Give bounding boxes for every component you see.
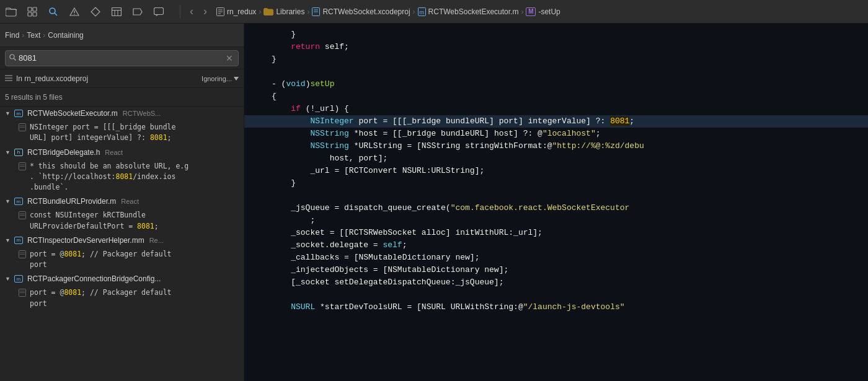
code-line: return self; bbox=[244, 41, 868, 53]
code-line: NSURL *startDevToolsURL = [NSURL URLWith… bbox=[244, 301, 868, 313]
scope-row: In rn_redux.xcodeproj Ignoring... bbox=[0, 69, 244, 88]
group-context-3: React bbox=[121, 198, 139, 205]
line-content: NSString *host = [[_bridge bundleURL] ho… bbox=[269, 128, 868, 140]
line-content: host, port]; bbox=[269, 152, 868, 165]
breadcrumb-sep-2: › bbox=[307, 7, 309, 16]
svg-rect-0 bbox=[6, 9, 16, 16]
breadcrumb-xcodeproj[interactable]: RCTWebSocket.xcodeproj bbox=[322, 7, 410, 16]
result-group-3: ▼ m RCTBundleURLProvider.m React bbox=[0, 195, 244, 234]
svg-point-9 bbox=[74, 14, 74, 14]
nav-forward-button[interactable]: › bbox=[199, 6, 211, 18]
code-content[interactable]: } return self; } - (void)setUp { bbox=[244, 24, 868, 381]
code-line: _injectedObjects = [NSMutableDictionary … bbox=[244, 264, 868, 276]
line-content: ; bbox=[269, 214, 868, 227]
result-group-header-3[interactable]: ▼ m RCTBundleURLProvider.m React bbox=[0, 195, 244, 208]
code-line: ; bbox=[244, 214, 868, 227]
diamond-icon[interactable] bbox=[89, 6, 102, 18]
breadcrumb-sep-3: › bbox=[413, 7, 415, 16]
breadcrumb-file-icon bbox=[216, 7, 224, 16]
search-input-wrapper[interactable]: ✕ bbox=[5, 50, 239, 66]
main-content: Find › Text › Containing ✕ bbox=[0, 24, 868, 381]
result-group-5: ▼ m RCTPackagerConnectionBridgeConfig... bbox=[0, 272, 244, 311]
result-item-4-1[interactable]: port = @8081; // Packager defaultport bbox=[0, 247, 244, 273]
code-line bbox=[244, 289, 868, 301]
code-line: [_socket setDelegateDispatchQueue:_jsQue… bbox=[244, 276, 868, 289]
search-toolbar-icon[interactable] bbox=[47, 6, 60, 18]
result-group-header-1[interactable]: ▼ m RCTWebSocketExecutor.m RCTWebS... bbox=[0, 107, 244, 120]
svg-line-27 bbox=[14, 58, 16, 60]
text-label[interactable]: Text bbox=[27, 31, 40, 40]
results-list[interactable]: ▼ m RCTWebSocketExecutor.m RCTWebS... bbox=[0, 107, 244, 381]
svg-point-26 bbox=[10, 55, 14, 59]
toolbar-icons bbox=[5, 6, 165, 18]
line-content: NSInteger port = [[[_bridge bundleURL] p… bbox=[269, 115, 868, 128]
collapse-triangle-1: ▼ bbox=[5, 110, 11, 116]
svg-rect-3 bbox=[28, 12, 32, 16]
table-icon[interactable] bbox=[110, 6, 123, 18]
breadcrumb-method[interactable]: -setUp bbox=[538, 7, 560, 16]
code-line: } bbox=[244, 177, 868, 190]
find-label[interactable]: Find bbox=[5, 31, 19, 40]
line-content: - (void)setUp bbox=[269, 78, 868, 90]
containing-label[interactable]: Containing bbox=[48, 31, 83, 40]
code-line: _socket = [[RCTSRWebSocket alloc] initWi… bbox=[244, 227, 868, 239]
search-row: ✕ bbox=[0, 47, 244, 69]
match-label: Ignoring... bbox=[202, 75, 232, 82]
breadcrumb-folder-icon bbox=[264, 7, 273, 15]
svg-marker-15 bbox=[133, 9, 142, 15]
group-filename-5: RCTPackagerConnectionBridgeConfig... bbox=[27, 274, 161, 283]
code-line: } bbox=[244, 28, 868, 41]
line-content: if (!_url) { bbox=[269, 103, 868, 115]
line-content: } bbox=[269, 177, 868, 190]
breadcrumb-sep-1: › bbox=[259, 7, 261, 16]
svg-rect-1 bbox=[28, 7, 32, 11]
grid-icon[interactable] bbox=[26, 6, 38, 18]
search-input[interactable] bbox=[19, 53, 224, 63]
breadcrumb-rn-redux[interactable]: rn_redux bbox=[227, 7, 256, 16]
result-item-2-1[interactable]: * this should be an absolute URL, e.g. `… bbox=[0, 159, 244, 195]
line-content: _socket = [[RCTSRWebSocket alloc] initWi… bbox=[269, 227, 868, 239]
warning-icon[interactable] bbox=[68, 6, 81, 18]
svg-point-5 bbox=[50, 8, 55, 14]
collapse-triangle-2: ▼ bbox=[5, 149, 11, 155]
result-text-4-1: port = @8081; // Packager defaultport bbox=[30, 249, 172, 271]
group-file-type-icon-3: m bbox=[14, 198, 23, 205]
svg-marker-31 bbox=[234, 77, 239, 81]
match-dropdown[interactable]: Ignoring... bbox=[202, 75, 239, 82]
result-group-4: ▼ m RCTInspectorDevServerHelper.mm Re... bbox=[0, 234, 244, 273]
group-filename-2: RCTBridgeDelegate.h bbox=[27, 148, 100, 157]
search-clear-button[interactable]: ✕ bbox=[224, 53, 234, 63]
svg-rect-16 bbox=[154, 7, 164, 14]
folder-icon[interactable] bbox=[5, 6, 17, 18]
breadcrumb-libraries[interactable]: Libraries bbox=[276, 7, 304, 16]
code-line-highlighted: NSInteger port = [[[_bridge bundleURL] p… bbox=[244, 115, 868, 128]
result-item-5-1[interactable]: port = @8081; // Packager defaultport bbox=[0, 286, 244, 311]
left-panel: Find › Text › Containing ✕ bbox=[0, 24, 244, 381]
result-group-header-5[interactable]: ▼ m RCTPackagerConnectionBridgeConfig... bbox=[0, 272, 244, 286]
result-doc-icon-2-1 bbox=[19, 162, 26, 172]
arrow-icon[interactable] bbox=[131, 6, 144, 18]
result-group-header-2[interactable]: ▼ h RCTBridgeDelegate.h React bbox=[0, 146, 244, 159]
breadcrumb-executor-file[interactable]: RCTWebSocketExecutor.m bbox=[428, 7, 519, 16]
match-chevron-icon bbox=[234, 77, 239, 81]
code-line: } bbox=[244, 53, 868, 66]
result-group-header-4[interactable]: ▼ m RCTInspectorDevServerHelper.mm Re... bbox=[0, 234, 244, 247]
toolbar-divider bbox=[180, 5, 180, 19]
breadcrumb-method-icon: M bbox=[526, 7, 536, 16]
result-doc-icon-5-1 bbox=[19, 289, 26, 298]
group-filename-3: RCTBundleURLProvider.m bbox=[27, 197, 116, 206]
code-line: _socket.delegate = self; bbox=[244, 239, 868, 252]
code-line: NSString *host = [[_bridge bundleURL] ho… bbox=[244, 128, 868, 140]
result-doc-icon-1-1 bbox=[19, 123, 26, 133]
svg-line-6 bbox=[55, 13, 57, 15]
line-content: NSURL *startDevToolsURL = [NSURL URLWith… bbox=[269, 301, 868, 313]
result-item-3-1[interactable]: const NSUInteger kRCTBundleURLProviderDe… bbox=[0, 208, 244, 234]
breadcrumb-m-icon: m bbox=[418, 7, 426, 16]
result-group-2: ▼ h RCTBridgeDelegate.h React bbox=[0, 146, 244, 195]
collapse-triangle-5: ▼ bbox=[5, 276, 11, 282]
comment-icon[interactable] bbox=[153, 6, 165, 18]
result-item-1-1[interactable]: NSInteger port = [[[_bridge bundleURL] p… bbox=[0, 120, 244, 146]
nav-back-button[interactable]: ‹ bbox=[185, 6, 198, 18]
code-line: host, port]; bbox=[244, 152, 868, 165]
result-text-1-1: NSInteger port = [[[_bridge bundleURL] p… bbox=[30, 122, 175, 144]
